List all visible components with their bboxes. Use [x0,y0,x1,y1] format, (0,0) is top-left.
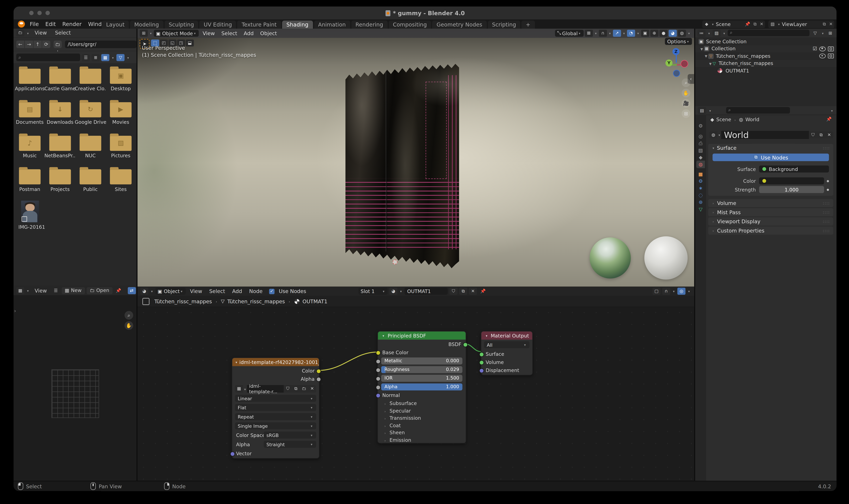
tab-data-icon[interactable]: ▽ [696,205,705,213]
collection-checkbox-icon[interactable]: ☑ [813,46,817,52]
alpha-slider[interactable]: Alpha1.000 [381,383,463,391]
folder-castle-game[interactable]: Castle Game... [46,67,75,100]
source-dropdown[interactable]: Single Image▾ [235,422,316,429]
animate-dot-icon[interactable] [827,188,829,191]
pan-hand-icon[interactable]: ✋ [124,321,133,330]
coat-section[interactable]: ›Coat [378,422,466,429]
fake-user-shield-icon[interactable]: ⛉ [284,385,292,393]
tab-particles-icon[interactable]: ∗ [696,184,705,192]
new-collection-icon[interactable]: ⊞ [826,30,834,36]
viewport-pan-hand-icon[interactable]: ✋ [682,89,690,97]
image-editor-menu-view[interactable]: View [32,286,50,295]
alpha-mode-dropdown[interactable]: Straight▾ [264,441,316,448]
folder-netbeans[interactable]: NetBeansPr... [46,133,75,167]
color-space-dropdown[interactable]: sRGB▾ [264,432,316,438]
transmission-section[interactable]: ›Transmission [378,414,466,422]
displacement-input-socket[interactable] [479,368,484,373]
close-icon[interactable]: ✕ [758,22,765,26]
color-output-socket[interactable] [316,369,321,374]
copy-icon[interactable]: ⧉ [817,131,825,139]
shader-editor-type-icon[interactable]: ◕ [140,288,148,295]
fake-user-shield-icon[interactable]: ⛉ [809,131,817,139]
viewport-ortho-grid-icon[interactable]: ⊞ [682,109,690,118]
list-view-icon[interactable]: ☰ [82,54,90,61]
menu-render[interactable]: Render [59,19,85,29]
gizmo-minus-z-axis[interactable] [673,70,680,77]
tab-modifiers-icon[interactable]: ⚙ [696,177,705,185]
shader-menu-select[interactable]: Select [207,287,228,296]
surface-value-field[interactable]: Background [759,165,829,173]
breadcrumb-world[interactable]: World [745,117,759,122]
outliner-row-mesh-data[interactable]: ▼ ▽ Tütchen_rissc_mappes [695,60,836,67]
outliner-display-mode-icon[interactable]: ≔ [697,30,706,36]
refresh-button[interactable]: ⟳ [42,40,50,48]
proportional-edit-icon[interactable]: ∩ [599,30,607,37]
tab-layout[interactable]: Layout [102,20,129,29]
shading-material-icon[interactable]: ◕ [669,30,677,37]
folder-projects[interactable]: Projects [46,167,75,200]
properties-editor-type-icon[interactable]: ▤ [698,107,706,114]
outliner-row-collection[interactable]: ▼ ▦ Collection ☑ [695,45,836,53]
open-image-button[interactable]: 🗀Open [86,287,112,294]
color-value-field[interactable] [759,177,824,184]
metallic-slider[interactable]: Metallic0.000 [381,358,463,364]
normal-input-socket[interactable] [376,393,381,398]
pin-icon[interactable]: 📌 [479,289,487,293]
shader-menu-add[interactable]: Add [229,287,245,296]
material-preview-sphere[interactable] [644,236,688,280]
mist-pass-panel[interactable]: ›Mist Pass:::: [708,208,833,216]
file-browser-menu-select[interactable]: Select [52,29,74,37]
menu-edit[interactable]: Edit [42,19,59,29]
tab-modeling[interactable]: Modeling [130,20,163,29]
pin-icon[interactable]: 📌 [743,22,752,26]
roughness-input-socket[interactable] [376,368,381,373]
options-button[interactable]: Options▾ [665,38,692,45]
tab-sculpting[interactable]: Sculpting [164,20,198,29]
target-dropdown[interactable]: All▾ [484,341,530,348]
ior-input-socket[interactable] [376,376,381,381]
detail-view-icon[interactable]: ≣ [91,54,100,61]
shader-type-dropdown[interactable]: ▣Object▾ [155,288,186,295]
editor-type-icon[interactable]: 🗀 [16,30,24,36]
outliner-row-object[interactable]: ▼ ▽ Tütchen_rissc_mappes [695,53,836,60]
menu-file[interactable]: File [27,19,42,29]
new-image-button[interactable]: ▦New [62,287,85,294]
tab-output-icon[interactable]: ⎙ [696,140,705,147]
scene-selector[interactable]: ◆▾ Scene 📌 ⧉ ✕ [702,20,765,28]
vector-input-socket[interactable] [230,451,235,456]
world-name-field[interactable]: World [721,131,809,139]
folder-documents[interactable]: Documents [15,100,45,133]
unlink-close-icon[interactable]: ✕ [469,288,477,295]
viewlayer-name[interactable]: ViewLayer [781,21,821,27]
copy-icon[interactable]: ⧉ [821,21,828,27]
pin-icon[interactable]: 📌 [114,288,123,293]
filter-funnel-icon[interactable]: ▽ [116,54,124,61]
unlink-close-icon[interactable]: ✕ [308,385,316,393]
viewport-menu-add[interactable]: Add [241,29,257,38]
zoom-tool-icon[interactable]: ⌕ [124,311,133,320]
hide-eye-icon[interactable] [819,54,826,58]
expand-triangle-icon[interactable]: ▼ [708,61,712,65]
tab-render-icon[interactable]: ◎ [696,132,705,140]
emission-section[interactable]: ›Emission [378,436,466,444]
principled-bsdf-node[interactable]: ▾Principled BSDF BSDF Base Color Metalli… [378,331,466,444]
breadcrumb-scene[interactable]: Scene [716,117,731,122]
outliner-search-input[interactable]: ⌕ [728,30,810,36]
alpha-input-socket[interactable] [376,385,381,390]
volume-input-socket[interactable] [479,360,484,365]
volume-panel[interactable]: ›Volume:::: [708,199,833,207]
transform-orientation-dropdown[interactable]: ⤡Global▾ [555,30,584,37]
material-output-node[interactable]: ▾Material Output All▾ Surface Volume Dis… [481,331,533,375]
surface-input-socket[interactable] [479,352,484,357]
sync-lock-icon[interactable]: ⇄ [128,287,136,294]
expand-triangle-icon[interactable]: ▼ [700,47,704,51]
tab-compositing[interactable]: Compositing [388,20,431,29]
properties-search-input[interactable]: ⌕ [726,107,790,113]
open-folder-icon[interactable]: 🗀 [300,385,308,393]
slot-dropdown[interactable]: Slot 1▾ [359,288,388,295]
specular-section[interactable]: ›Specular [378,407,466,415]
shading-wireframe-icon[interactable]: ⊕ [651,30,658,37]
folder-movies[interactable]: Movies [106,100,135,133]
projection-dropdown[interactable]: Flat▾ [235,404,316,411]
thumbnail-view-icon[interactable]: ▦ [101,54,109,61]
